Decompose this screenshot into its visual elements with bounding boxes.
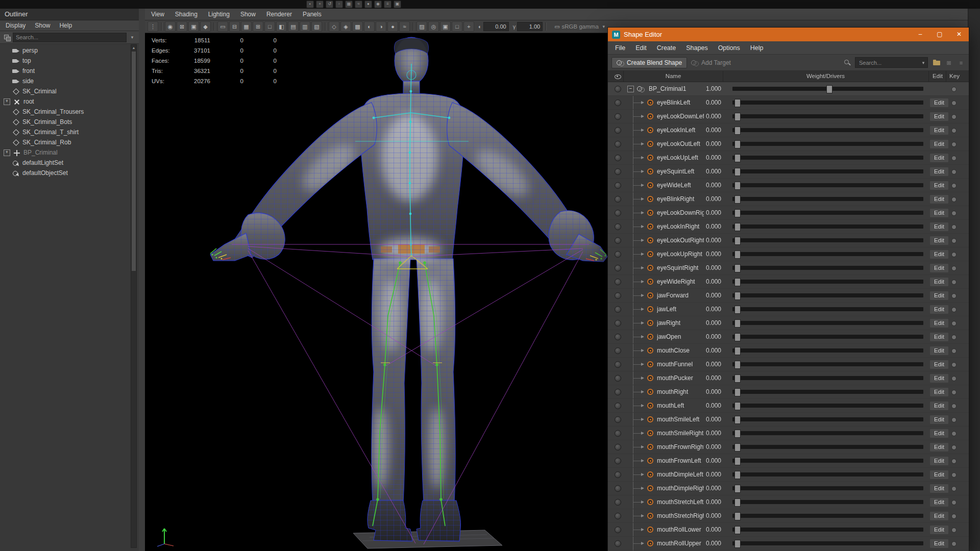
shape-name[interactable]: mouthDimpleRight [657,482,704,495]
weight-slider[interactable] [732,206,923,219]
motion-blur-icon[interactable]: ≈ [399,21,410,32]
weight-value-field[interactable]: 0.000 [706,523,728,536]
make-live-icon[interactable]: ◉ [374,1,382,8]
shape-name[interactable]: eyeLookOutRight [657,234,704,247]
gate-mask-icon[interactable]: ◧ [276,21,287,32]
key-toggle[interactable] [951,376,957,381]
slider-handle[interactable] [734,471,741,479]
edit-button[interactable]: Edit [929,373,949,383]
visibility-toggle[interactable] [615,306,621,313]
key-toggle[interactable] [951,321,957,326]
shape-name[interactable]: mouthPucker [657,371,704,385]
edit-button[interactable]: Edit [929,263,949,273]
gamma-control[interactable]: γ 1.00 [513,22,543,31]
weight-value-field[interactable]: 0.000 [706,509,728,522]
viewport-menu-renderer[interactable]: Renderer [266,11,292,18]
slider-handle[interactable] [734,195,741,204]
weight-slider[interactable] [732,482,923,495]
snap-point-icon[interactable]: ● [364,1,372,8]
edit-button[interactable]: Edit [929,456,949,466]
slider-handle[interactable] [734,526,741,534]
weight-slider[interactable] [732,537,923,550]
key-toggle[interactable] [951,87,957,92]
weight-value-field[interactable]: 0.000 [706,427,728,440]
edit-button[interactable]: Edit [929,401,949,411]
weight-value-field[interactable]: 0.000 [706,344,728,357]
weight-value-field[interactable]: 0.000 [706,192,728,206]
slider-handle[interactable] [734,374,741,383]
weight-value-field[interactable]: 0.000 [706,495,728,509]
weight-slider[interactable] [732,192,923,206]
depth-of-field-icon[interactable]: ◎ [428,21,439,32]
key-toggle[interactable] [951,431,957,436]
filter-icon[interactable] [4,34,10,41]
shape-name[interactable]: mouthRollUpper [657,537,704,550]
visibility-toggle[interactable] [615,292,621,299]
multisample-icon[interactable]: ▨ [416,21,427,32]
weight-value-field[interactable]: 0.000 [706,358,728,371]
slider-handle[interactable] [734,127,741,135]
weight-value-field[interactable]: 0.000 [706,261,728,274]
exposure-control[interactable]: ◐ 0.00 [478,22,509,31]
weight-value-field[interactable]: 0.000 [706,413,728,426]
edit-button[interactable]: Edit [929,236,949,245]
weight-value-field[interactable]: 0.000 [706,206,728,219]
outliner-item-SK_Criminal[interactable]: SK_Criminal [0,86,139,96]
visibility-toggle[interactable] [615,347,621,354]
slider-handle[interactable] [734,416,741,424]
column-edit[interactable]: Edit [928,71,946,82]
key-toggle[interactable] [951,348,957,354]
slider-handle[interactable] [734,347,741,355]
visibility-toggle[interactable] [615,513,621,519]
viewport-menu-lighting[interactable]: Lighting [208,11,230,18]
key-toggle[interactable] [951,266,957,271]
close-button[interactable]: ✕ [949,28,969,41]
shape-name[interactable]: mouthStretchRight [657,509,704,522]
key-toggle[interactable] [951,445,957,450]
shape-search-input[interactable] [858,59,920,66]
scroll-up-icon[interactable] [131,45,136,51]
bookmark-icon[interactable]: ◆ [200,21,211,32]
key-toggle[interactable] [951,197,957,202]
weight-value-field[interactable]: 0.000 [706,385,728,398]
slider-handle[interactable] [734,237,741,245]
key-toggle[interactable] [951,211,957,216]
create-blend-shape-button[interactable]: Create Blend Shape [611,57,687,68]
weight-value-field[interactable]: 0.000 [706,151,728,164]
outliner-item-defaultObjectSet[interactable]: defaultObjectSet [0,168,139,178]
outliner-item-root[interactable]: +root [0,96,139,107]
colorspace-selector[interactable]: ▭ sRGB gamma [554,23,607,30]
edit-button[interactable]: Edit [929,415,949,424]
resolution-gate-icon[interactable]: □ [264,21,275,32]
column-name[interactable]: Name [623,71,723,82]
shape-name[interactable]: eyeWideLeft [657,179,704,192]
shaded-icon[interactable]: ◈ [340,21,351,32]
shape-editor-menu-help[interactable]: Help [745,44,769,52]
key-toggle[interactable] [951,541,957,546]
outliner-menu-show[interactable]: Show [35,22,50,29]
edit-button[interactable]: Edit [929,194,949,204]
film-gate-icon[interactable]: ⊞ [253,21,263,32]
xray-icon[interactable]: □ [452,21,462,32]
edit-button[interactable]: Edit [929,305,949,314]
maximize-button[interactable]: ▢ [930,28,949,41]
weight-value-field[interactable]: 0.000 [706,289,728,302]
key-toggle[interactable] [951,390,957,395]
snap-grid-icon[interactable]: ▦ [345,1,353,8]
weight-slider[interactable] [732,179,923,192]
edit-button[interactable]: Edit [929,318,949,328]
expand-toggle-icon[interactable]: + [4,98,10,105]
slider-handle[interactable] [734,140,741,148]
outliner-item-SK_Criminal_Rob[interactable]: SK_Criminal_Rob [0,137,139,147]
shape-name[interactable]: eyeLookDownRight [657,206,704,219]
outliner-menu-display[interactable]: Display [6,22,26,29]
key-toggle[interactable] [951,404,957,409]
key-toggle[interactable] [951,514,957,519]
edit-button[interactable]: Edit [929,387,949,397]
expand-toggle-icon[interactable]: − [627,86,634,92]
visibility-toggle[interactable] [615,320,621,327]
shape-name[interactable]: eyeLookUpLeft [657,151,704,164]
visibility-toggle[interactable] [615,99,621,106]
edit-button[interactable]: Edit [929,429,949,438]
outliner-item-BP_Criminal[interactable]: +BP_Criminal [0,147,139,158]
